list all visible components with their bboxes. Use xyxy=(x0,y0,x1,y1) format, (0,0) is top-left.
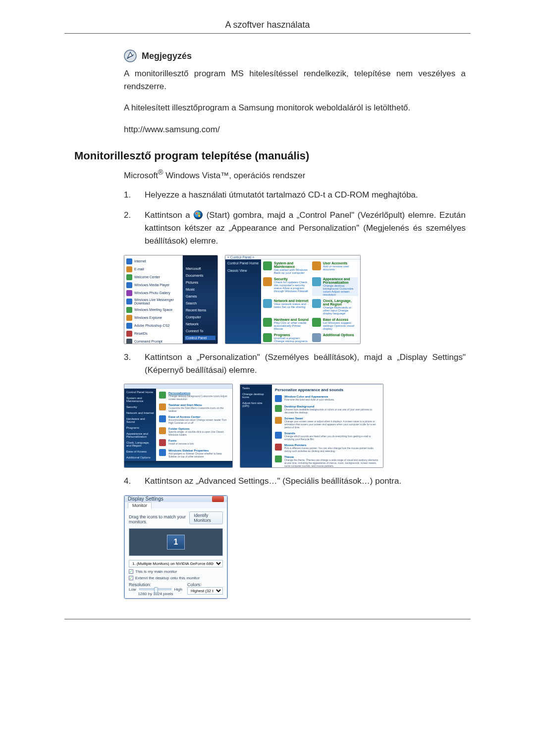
startmenu-item[interactable]: Windows Media Player xyxy=(126,281,180,289)
identify-monitors-button[interactable]: Identify Monitors xyxy=(189,511,223,524)
startmenu-right-item[interactable]: Computer xyxy=(185,315,215,319)
startmenu-item[interactable]: Adobe Photoshop CS2 xyxy=(126,322,180,330)
startmenu-right-item[interactable]: Music xyxy=(185,287,215,292)
note-line2: A hitelesített illesztőprogram a Samsung… xyxy=(124,101,466,114)
dlg-drag-hint: Drag the icons to match your monitors. xyxy=(129,514,186,524)
cp-category[interactable]: System and MaintenanceGet started with W… xyxy=(263,261,309,274)
chk-main-monitor[interactable]: ✓ xyxy=(129,569,133,574)
resolution-slider[interactable] xyxy=(139,588,171,590)
pers-item[interactable]: FontsInstall or remove a font xyxy=(159,439,229,446)
cp-address: « Control Panel » xyxy=(225,255,360,259)
cp-nav-item[interactable]: Classic View xyxy=(227,269,259,272)
screenshot-row-2: Control Panel HomeSystem and Maintenance… xyxy=(124,384,471,468)
pers-nav-item[interactable]: Additional Options xyxy=(126,456,154,459)
pers-nav-item[interactable]: Programs xyxy=(126,426,154,429)
startmenu-right-item[interactable]: Recent Items xyxy=(185,308,215,312)
startmenu-item[interactable]: Windows Photo Gallery xyxy=(126,289,180,297)
startmenu-right-item[interactable]: Network xyxy=(185,322,215,326)
startmenu-item[interactable]: Windows Explorer xyxy=(126,314,180,322)
pers-nav-item[interactable]: Network and Internet xyxy=(126,411,154,414)
cp-side-nav: Control Panel HomeClassic View xyxy=(225,259,261,344)
step-2-text: Kattintson a (Start) gombra, majd a „Con… xyxy=(145,209,466,248)
step-4-text: Kattintson az „Advanced Settings…" (Spec… xyxy=(145,475,401,488)
note-icon xyxy=(124,50,137,62)
svg-rect-5 xyxy=(196,215,198,217)
pers-item[interactable]: Windows Sidebar PropertiesAdd gadgets to… xyxy=(159,449,229,458)
startmenu-right-item[interactable]: Search xyxy=(185,301,215,305)
svg-rect-3 xyxy=(196,212,198,214)
pers-heading: Personalize appearance and sounds xyxy=(275,388,380,392)
pers-nav-item[interactable]: System and Maintenance xyxy=(126,397,154,403)
pers-item[interactable]: Ease of Access CenterAccommodate low vis… xyxy=(159,415,229,424)
startmenu-item[interactable]: E-mail xyxy=(126,265,180,273)
chk-extend[interactable]: ✓ xyxy=(129,576,133,580)
pers-nav-item[interactable]: Clock, Language, and Region xyxy=(126,441,154,447)
pers-nav-item[interactable]: Hardware and Sound xyxy=(126,417,154,423)
pers-nav-item[interactable]: Tasks xyxy=(242,387,270,390)
close-icon[interactable] xyxy=(212,496,224,502)
cp-category[interactable]: User AccountsAdd or remove user accounts xyxy=(312,261,358,274)
monitor-preview-area[interactable]: 1 xyxy=(129,528,223,556)
cp-category[interactable]: Hardware and SoundPlay CDs or other medi… xyxy=(263,318,309,330)
colors-select[interactable]: Highest (32 bit) xyxy=(187,587,223,595)
section-heading: Monitorillesztő program telepítése (manu… xyxy=(74,150,471,162)
pers-nav-item[interactable]: Adjust font size (DPI) xyxy=(242,402,270,407)
startmenu-item[interactable]: Internet xyxy=(126,257,180,265)
pers-item[interactable]: Window Color and AppearanceFine tune the… xyxy=(275,395,380,402)
pers-item[interactable]: Desktop BackgroundChoose from available … xyxy=(275,405,380,414)
pers-nav-item[interactable]: Security xyxy=(126,405,154,408)
tab-monitor[interactable]: Monitor xyxy=(128,502,152,508)
startmenu-item[interactable]: Windows Meeting Space xyxy=(126,306,180,314)
advanced-settings-button[interactable]: Advanced Settings... xyxy=(178,598,223,599)
cp-category[interactable]: Additional Options xyxy=(312,333,358,343)
cp-category[interactable]: SecurityCheck for updates Check this com… xyxy=(263,277,309,296)
pers-item[interactable]: Taskbar and Start MenuCustomize the Star… xyxy=(159,403,229,412)
note-line1: A monitorillesztő program MS hitelesítés… xyxy=(124,67,466,93)
cp-category[interactable]: Clock, Language, and RegionChange keyboa… xyxy=(312,299,358,315)
pers-item[interactable]: SoundsChange which sounds are heard when… xyxy=(275,432,380,441)
pers-nav-item[interactable]: Change desktop icons xyxy=(242,393,270,399)
startmenu-item[interactable]: ResetDs xyxy=(126,330,180,338)
monitor-select[interactable]: 1. (Multiple Monitors) on NVIDIA GeForce… xyxy=(129,560,223,567)
pers-nav-item[interactable]: Ease of Access xyxy=(126,450,154,453)
startmenu-item[interactable]: Windows Live Messenger Download xyxy=(126,297,180,306)
cp-category[interactable]: Network and InternetView network status … xyxy=(263,299,309,315)
startmenu-right-item[interactable]: Connect To xyxy=(185,329,215,333)
step-1-text: Helyezze a használati útmutatót tartalma… xyxy=(145,189,418,202)
step-1: 1. Helyezze a használati útmutatót tarta… xyxy=(124,189,466,202)
screenshot-personalization: TasksChange desktop iconsAdjust font siz… xyxy=(240,384,383,468)
svg-rect-6 xyxy=(198,215,200,217)
page-header: A szoftver használata xyxy=(64,20,471,36)
note-block: Megjegyzés A monitorillesztő program MS … xyxy=(124,50,466,136)
cp-category[interactable]: Ease of AccessLet Windows suggest settin… xyxy=(312,318,358,330)
pers-nav-item[interactable]: Appearance and Personalization xyxy=(126,432,154,438)
startmenu-right-item[interactable]: Control Panel xyxy=(185,336,215,340)
start-orb-icon xyxy=(193,210,203,220)
steps-list: 1. Helyezze a használati útmutatót tarta… xyxy=(124,189,466,248)
step-1-num: 1. xyxy=(124,189,136,202)
steps-list-3: 4. Kattintson az „Advanced Settings…" (S… xyxy=(124,475,466,488)
startmenu-item[interactable]: Command Prompt xyxy=(126,338,180,344)
pers-item[interactable]: Mouse PointersPick a different mouse poi… xyxy=(275,444,380,453)
pers-item[interactable]: Screen SaverChange your screen saver or … xyxy=(275,417,380,429)
cp-category[interactable]: Appearance and PersonalizationChange des… xyxy=(312,277,358,296)
screenshot-row-1: InternetE-mailWelcome CenterWindows Medi… xyxy=(124,255,471,344)
res-high: High xyxy=(174,587,182,592)
cp-nav-item[interactable]: Control Panel Home xyxy=(227,261,259,265)
startmenu-right-item[interactable]: Default Programs xyxy=(185,343,215,344)
monitor-1-icon[interactable]: 1 xyxy=(167,535,185,550)
startmenu-right-item[interactable]: Games xyxy=(185,294,215,299)
cp-category[interactable]: ProgramsUninstall a program Change start… xyxy=(263,333,309,343)
pers-item[interactable]: Folder OptionsSpecify single- or double-… xyxy=(159,427,229,436)
step-3-text: Kattintson a „Personalization" (Személye… xyxy=(145,351,466,377)
pers-nav-item[interactable]: Control Panel Home xyxy=(126,391,154,394)
pers-item[interactable]: ThemeChange the theme. Themes can change… xyxy=(275,455,380,467)
screenshot-startmenu: InternetE-mailWelcome CenterWindows Medi… xyxy=(124,255,218,344)
pers-item[interactable]: PersonalizationChange desktop background… xyxy=(159,392,229,401)
startmenu-right-item[interactable]: Marcosoft xyxy=(185,266,215,271)
chk-main-label: This is my main monitor xyxy=(135,569,177,574)
startmenu-item[interactable]: Welcome Center xyxy=(126,273,180,281)
step-4: 4. Kattintson az „Advanced Settings…" (S… xyxy=(124,475,466,488)
startmenu-right-item[interactable]: Documents xyxy=(185,273,215,278)
startmenu-right-item[interactable]: Pictures xyxy=(185,280,215,285)
